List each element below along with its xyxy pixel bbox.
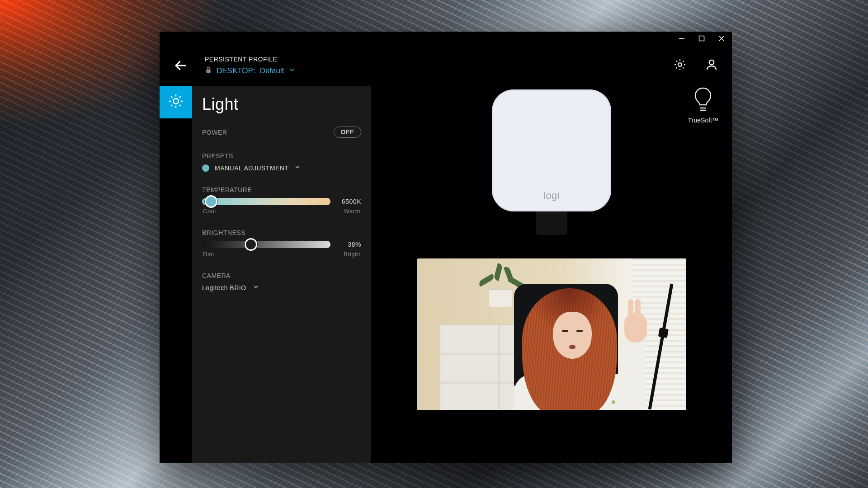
app-window: PERSISTENT PROFILE DESKTOP: Default [160,32,732,463]
side-rail [160,86,192,118]
truesoft-label: TrueSoft™ [688,117,718,124]
camera-selector[interactable]: Logitech BRIO [202,284,361,291]
profile-block: PERSISTENT PROFILE DESKTOP: Default [205,56,295,76]
device-stand [536,211,567,235]
brightness-section: BRIGHTNESS 38% Dim Bright [202,229,361,258]
temperature-label: TEMPERATURE [202,186,361,193]
camera-section: CAMERA Logitech BRIO [202,272,361,291]
svg-line-16 [171,105,172,106]
power-row: POWER OFF [202,127,361,138]
persistent-profile-label: PERSISTENT PROFILE [205,56,295,63]
brightness-slider-thumb[interactable] [245,238,257,251]
power-toggle[interactable]: OFF [334,127,362,138]
window-titlebar [160,32,732,45]
truesoft-button[interactable]: TrueSoft™ [688,87,718,124]
maximize-button[interactable] [698,34,706,42]
svg-line-13 [171,96,172,98]
main-area: TrueSoft™ logi [371,86,732,463]
lock-icon [205,66,212,76]
svg-point-6 [678,63,682,66]
presets-section: PRESETS MANUAL ADJUSTMENT [202,152,361,172]
svg-line-14 [179,105,181,106]
minimize-button[interactable] [678,34,686,42]
lightbulb-icon [693,87,713,114]
brightness-min-label: Dim [203,251,214,258]
header: PERSISTENT PROFILE DESKTOP: Default [160,45,732,86]
close-button[interactable] [717,34,726,42]
power-label: POWER [202,129,227,136]
power-toggle-value: OFF [341,128,354,136]
back-button[interactable] [171,56,189,75]
desktop-label: DESKTOP: [217,66,255,75]
presets-label: PRESETS [202,152,361,160]
chevron-down-icon [294,164,301,172]
light-panel-face: logi [492,89,611,211]
temperature-max-label: Warm [344,208,360,215]
account-button[interactable] [705,58,718,71]
brightness-max-label: Bright [344,251,360,258]
preset-color-swatch [202,164,209,172]
chevron-down-icon [289,66,295,75]
brightness-slider[interactable] [202,241,330,248]
svg-point-7 [709,60,714,65]
settings-panel: Light POWER OFF PRESETS MANUAL ADJUSTMEN… [192,86,371,463]
brightness-value: 38% [337,241,361,248]
profile-selector[interactable]: DESKTOP: Default [205,66,295,76]
settings-button[interactable] [673,58,687,71]
temperature-section: TEMPERATURE 6500K Cool Warm [202,186,361,215]
brightness-label: BRIGHTNESS [202,229,361,236]
brightness-icon [168,94,184,111]
svg-line-15 [179,96,181,98]
chevron-down-icon [253,284,259,291]
device-image: logi [492,89,611,235]
svg-rect-1 [699,36,704,41]
camera-label: CAMERA [202,272,361,279]
camera-selected: Logitech BRIO [202,284,246,291]
preset-selected: MANUAL ADJUSTMENT [215,164,289,172]
light-tab[interactable] [160,86,192,118]
panel-title: Light [202,95,361,114]
preset-selector[interactable]: MANUAL ADJUSTMENT [202,164,361,172]
header-actions [673,58,718,71]
svg-point-8 [173,99,179,104]
temperature-slider-thumb[interactable] [205,195,217,208]
temperature-value: 6500K [337,198,361,205]
app-body: Light POWER OFF PRESETS MANUAL ADJUSTMEN… [160,86,732,463]
svg-rect-5 [206,69,210,72]
temperature-slider[interactable] [202,198,330,205]
profile-name: Default [260,66,284,75]
device-logo: logi [543,190,560,202]
temperature-min-label: Cool [203,208,216,215]
webcam-preview [417,258,686,410]
